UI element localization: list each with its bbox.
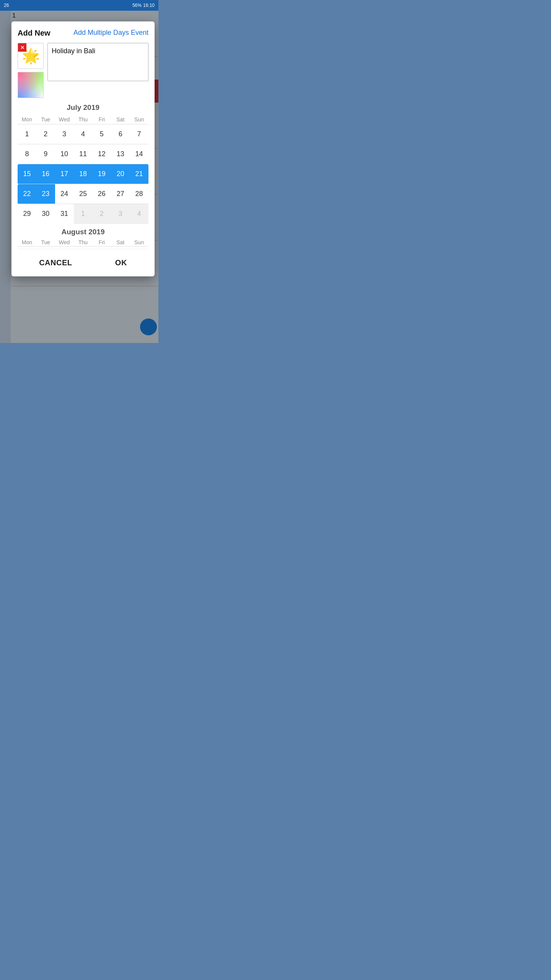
day-27[interactable]: 27 xyxy=(111,184,130,204)
day-14[interactable]: 14 xyxy=(130,144,148,164)
status-bar: 26 56% 16:10 xyxy=(0,0,158,11)
july-row-3: 15 16 17 18 19 20 21 xyxy=(18,164,148,184)
july-row-4: 22 23 24 25 26 27 28 xyxy=(18,184,148,204)
aug-wed: Wed xyxy=(55,239,74,245)
day-5[interactable]: 5 xyxy=(92,124,111,144)
cancel-button[interactable]: CANCEL xyxy=(28,255,83,270)
day-aug-3[interactable]: 3 xyxy=(111,204,130,224)
event-name-input[interactable]: Holiday in Bali xyxy=(47,43,148,81)
day-18[interactable]: 18 xyxy=(74,164,93,184)
day-20[interactable]: 20 xyxy=(111,164,130,184)
day-2[interactable]: 2 xyxy=(36,124,55,144)
july-weekday-header: Mon Tue Wed Thu Fri Sat Sun xyxy=(18,115,148,124)
aug-sat: Sat xyxy=(111,239,130,245)
day-6[interactable]: 6 xyxy=(111,124,130,144)
day-21[interactable]: 21 xyxy=(130,164,148,184)
day-12[interactable]: 12 xyxy=(92,144,111,164)
day-13[interactable]: 13 xyxy=(111,144,130,164)
status-battery: 56% xyxy=(132,3,142,8)
col-fri: Fri xyxy=(92,115,111,124)
day-8[interactable]: 8 xyxy=(18,144,36,164)
col-wed: Wed xyxy=(55,115,74,124)
aug-mon: Mon xyxy=(18,239,36,245)
color-picker-thumb[interactable] xyxy=(18,72,44,98)
july-calendar: July 2019 Mon Tue Wed Thu Fri Sat Sun 1 … xyxy=(18,103,148,224)
ok-button[interactable]: OK xyxy=(104,255,139,270)
aug-sun: Sun xyxy=(130,239,148,245)
col-sat: Sat xyxy=(111,115,130,124)
august-calendar: August 2019 Mon Tue Wed Thu Fri Sat Sun xyxy=(18,228,148,247)
day-16[interactable]: 16 xyxy=(36,164,55,184)
day-1[interactable]: 1 xyxy=(18,124,36,144)
aug-divider xyxy=(18,246,148,247)
day-aug-1[interactable]: 1 xyxy=(74,204,93,224)
day-28[interactable]: 28 xyxy=(130,184,148,204)
aug-tue: Tue xyxy=(36,239,55,245)
col-thu: Thu xyxy=(74,115,93,124)
day-15[interactable]: 15 xyxy=(18,164,36,184)
dialog-add-new-title: Add New xyxy=(18,28,51,38)
day-23[interactable]: 23 xyxy=(36,184,55,204)
day-31[interactable]: 31 xyxy=(55,204,74,224)
col-tue: Tue xyxy=(36,115,55,124)
july-grid: Mon Tue Wed Thu Fri Sat Sun 1 2 3 4 5 6 xyxy=(18,115,148,224)
day-10[interactable]: 10 xyxy=(55,144,74,164)
day-25[interactable]: 25 xyxy=(74,184,93,204)
day-aug-4[interactable]: 4 xyxy=(130,204,148,224)
day-17[interactable]: 17 xyxy=(55,164,74,184)
dialog-footer: CANCEL OK xyxy=(18,249,148,276)
dialog-header: Add New Add Multiple Days Event xyxy=(18,28,148,38)
col-mon: Mon xyxy=(18,115,36,124)
day-29[interactable]: 29 xyxy=(18,204,36,224)
day-11[interactable]: 11 xyxy=(74,144,93,164)
day-7[interactable]: 7 xyxy=(130,124,148,144)
day-aug-2[interactable]: 2 xyxy=(92,204,111,224)
july-row-1: 1 2 3 4 5 6 7 xyxy=(18,124,148,144)
status-signal: 26 xyxy=(4,3,9,8)
day-24[interactable]: 24 xyxy=(55,184,74,204)
aug-thu: Thu xyxy=(74,239,93,245)
august-month-title: August 2019 xyxy=(18,228,148,236)
august-weekday-header: Mon Tue Wed Thu Fri Sat Sun xyxy=(18,239,148,245)
day-30[interactable]: 30 xyxy=(36,204,55,224)
day-22[interactable]: 22 xyxy=(18,184,36,204)
event-icon-thumb[interactable]: ✕ 🌟 xyxy=(18,43,44,69)
aug-fri: Fri xyxy=(92,239,111,245)
july-month-title: July 2019 xyxy=(18,103,148,112)
dialog: Add New Add Multiple Days Event ✕ 🌟 Holi… xyxy=(11,21,155,276)
dialog-subtitle: Add Multiple Days Event xyxy=(73,28,148,37)
day-3[interactable]: 3 xyxy=(55,124,74,144)
day-19[interactable]: 19 xyxy=(92,164,111,184)
day-26[interactable]: 26 xyxy=(92,184,111,204)
icon-row: ✕ 🌟 Holiday in Bali xyxy=(18,43,148,98)
status-time: 16:10 xyxy=(143,3,155,8)
july-row-5: 29 30 31 1 2 3 4 xyxy=(18,204,148,224)
col-sun: Sun xyxy=(130,115,148,124)
july-row-2: 8 9 10 11 12 13 14 xyxy=(18,144,148,164)
remove-icon[interactable]: ✕ xyxy=(18,43,26,52)
day-4[interactable]: 4 xyxy=(74,124,93,144)
day-9[interactable]: 9 xyxy=(36,144,55,164)
